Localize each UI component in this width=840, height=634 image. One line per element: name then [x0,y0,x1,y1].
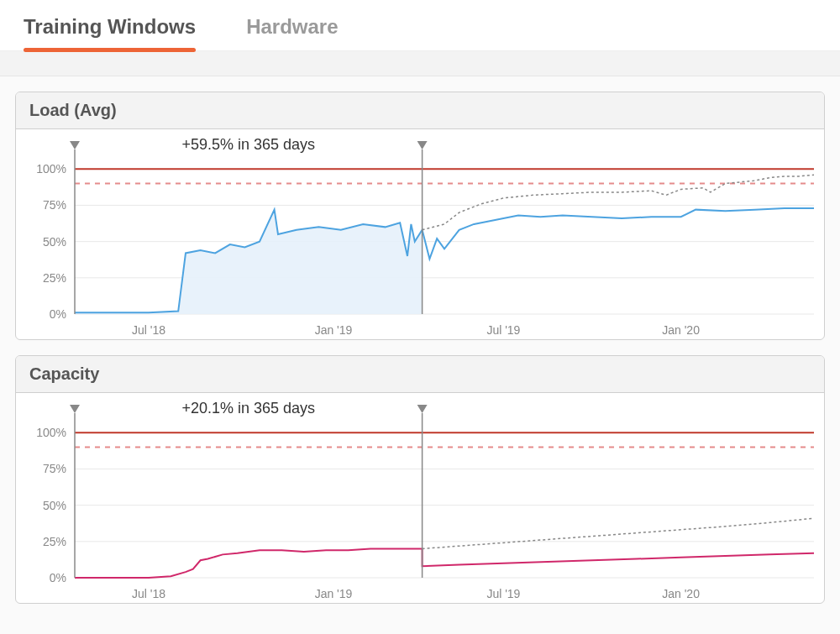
chart-capacity[interactable]: 0%25%50%75%100%Jul '18Jan '19Jul '19Jan … [16,393,824,603]
svg-text:Jan '20: Jan '20 [662,323,700,337]
tab-hardware[interactable]: Hardware [246,15,338,50]
svg-text:Jan '20: Jan '20 [662,587,700,600]
svg-text:25%: 25% [43,535,66,548]
svg-text:50%: 50% [43,499,66,512]
svg-text:Jul '19: Jul '19 [486,323,520,337]
chart-load[interactable]: 0%25%50%75%100%Jul '18Jan '19Jul '19Jan … [16,129,824,339]
svg-text:75%: 75% [43,198,66,212]
svg-text:50%: 50% [43,235,66,249]
svg-text:25%: 25% [43,271,66,285]
svg-text:Jul '18: Jul '18 [132,587,165,600]
svg-text:0%: 0% [50,307,66,321]
svg-text:0%: 0% [50,571,66,584]
panel-capacity: Capacity 0%25%50%75%100%Jul '18Jan '19Ju… [15,355,825,604]
svg-text:Jul '18: Jul '18 [132,323,165,337]
chart-capacity-svg: 0%25%50%75%100%Jul '18Jan '19Jul '19Jan … [16,393,822,603]
svg-text:100%: 100% [36,426,66,439]
svg-text:Jan '19: Jan '19 [315,587,353,600]
svg-text:Jan '19: Jan '19 [315,323,353,337]
panel-capacity-title: Capacity [16,356,824,393]
panel-load-title: Load (Avg) [16,92,824,129]
svg-text:Jul '19: Jul '19 [486,587,520,600]
panel-load: Load (Avg) 0%25%50%75%100%Jul '18Jan '19… [15,92,825,340]
tabs: Training Windows Hardware [0,0,840,51]
tab-training-windows[interactable]: Training Windows [24,15,196,50]
chart-load-svg: 0%25%50%75%100%Jul '18Jan '19Jul '19Jan … [16,129,822,339]
svg-text:+59.5% in 365 days: +59.5% in 365 days [181,136,315,153]
svg-text:100%: 100% [36,162,66,176]
svg-text:+20.1% in 365 days: +20.1% in 365 days [181,400,315,417]
svg-text:75%: 75% [43,462,66,475]
spacer [0,51,840,76]
